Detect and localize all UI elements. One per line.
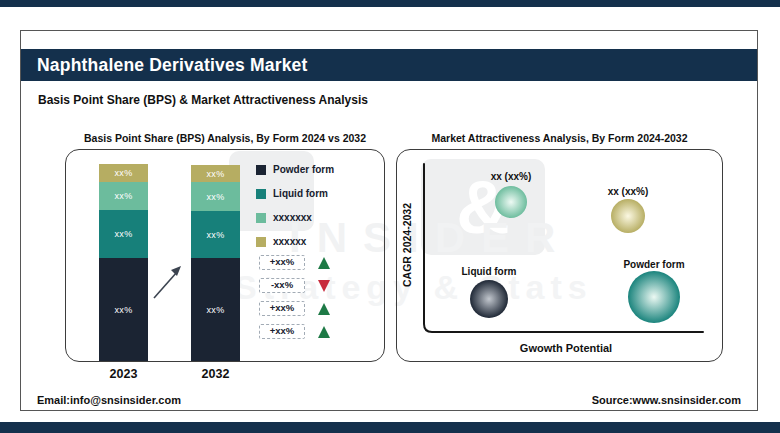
bubble-powder-form	[628, 271, 680, 323]
x-axis-label: Gwowth Potential	[466, 342, 666, 354]
bar-segment-powder-form-2032: xx%	[191, 258, 240, 361]
y-axis-label: CAGR 2024-2032	[401, 185, 413, 305]
attractiveness-axes-icon	[416, 156, 716, 346]
page-title: Naphthalene Derivatives Market	[21, 49, 757, 81]
change-row-4: +xx%	[259, 324, 330, 339]
change-value-box: +xx%	[259, 255, 305, 270]
axis-label-2032: 2032	[191, 367, 240, 381]
page-subtitle: Basis Point Share (BPS) & Market Attract…	[38, 93, 368, 107]
bps-change-list: +xx%-xx%+xx%+xx%	[259, 255, 330, 339]
legend-label: xxxxxxx	[273, 212, 312, 223]
top-accent-bar	[0, 0, 780, 7]
stacked-bar-2023: xx%xx%xx%xx%	[99, 164, 148, 361]
axis-label-2023: 2023	[99, 367, 148, 381]
legend-item-xxxxxx: xxxxxx	[256, 236, 334, 247]
bubble-label-xx-xx: xx (xx%)	[568, 186, 688, 197]
bar-segment-powder-form-2023: xx%	[99, 258, 148, 361]
bar-segment-xxxxxx-2032: xx%	[191, 165, 240, 182]
bar-segment-value: xx%	[207, 169, 225, 179]
legend-swatch-icon	[256, 165, 266, 175]
bar-segment-value: xx%	[115, 229, 133, 239]
triangle-down-icon	[318, 280, 330, 292]
change-row-1: +xx%	[259, 255, 330, 270]
legend-label: Powder form	[273, 164, 334, 175]
bar-segment-value: xx%	[207, 305, 225, 315]
report-card: & INSIDER Strategy & Stats Naphthalene D…	[20, 30, 758, 411]
legend-label: Liquid form	[273, 188, 328, 199]
triangle-up-icon	[318, 326, 330, 338]
bar-segment-xxxxxxx-2023: xx%	[99, 182, 148, 210]
legend-item-xxxxxxx: xxxxxxx	[256, 212, 334, 223]
attractiveness-chart-title: Market Attractiveness Analysis, By Form …	[396, 132, 723, 144]
triangle-up-icon	[318, 257, 330, 269]
bubble-xx-xx	[611, 199, 645, 233]
stacked-bar-2032: xx%xx%xx%xx%	[191, 165, 240, 361]
bar-segment-value: xx%	[207, 230, 225, 240]
change-value-box: +xx%	[259, 301, 305, 316]
bar-segment-value: xx%	[115, 191, 133, 201]
bubble-label-powder-form: Powder form	[594, 259, 714, 270]
bubble-label-liquid-form: Liquid form	[429, 266, 549, 277]
bubble-xx-xx	[495, 186, 527, 218]
legend-swatch-icon	[256, 237, 266, 247]
legend-item-liquid-form: Liquid form	[256, 188, 334, 199]
legend-label: xxxxxx	[273, 236, 306, 247]
bar-segment-liquid-form-2032: xx%	[191, 211, 240, 258]
legend-swatch-icon	[256, 189, 266, 199]
bubble-liquid-form	[470, 280, 508, 318]
title-bar: Naphthalene Derivatives Market	[21, 49, 757, 81]
triangle-up-icon	[318, 303, 330, 315]
change-row-3: +xx%	[259, 301, 330, 316]
bar-segment-xxxxxxx-2032: xx%	[191, 182, 240, 211]
growth-arrow-icon	[149, 261, 189, 305]
legend-item-powder-form: Powder form	[256, 164, 334, 175]
bar-segment-xxxxxx-2023: xx%	[99, 164, 148, 182]
change-value-box: -xx%	[259, 278, 305, 293]
footer-email: Email:info@snsinsider.com	[37, 394, 181, 406]
bottom-accent-bar	[0, 422, 780, 433]
bps-chart-title: Basis Point Share (BPS) Analysis, By For…	[65, 132, 385, 144]
legend-swatch-icon	[256, 213, 266, 223]
change-value-box: +xx%	[259, 324, 305, 339]
footer-source: Source:www.snsinsider.com	[592, 394, 741, 406]
bubble-label-xx-xx: xx (xx%)	[451, 171, 571, 182]
bar-segment-liquid-form-2023: xx%	[99, 210, 148, 258]
bar-segment-value: xx%	[115, 168, 133, 178]
bar-segment-value: xx%	[115, 305, 133, 315]
bar-segment-value: xx%	[207, 192, 225, 202]
change-row-2: -xx%	[259, 278, 330, 293]
bps-legend: Powder formLiquid formxxxxxxxxxxxxx	[256, 164, 334, 247]
